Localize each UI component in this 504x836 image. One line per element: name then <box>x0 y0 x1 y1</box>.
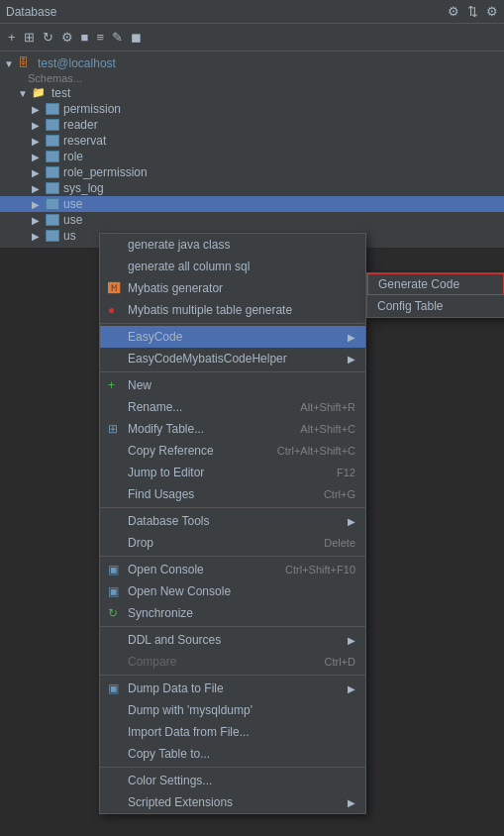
edit-btn[interactable]: ✎ <box>110 28 125 47</box>
top-bar-icons: ⚙ ⇅ ⚙ <box>448 4 498 19</box>
menu-scripted-ext[interactable]: Scripted Extensions ▶ <box>100 791 365 813</box>
reservat-label: reservat <box>63 134 106 148</box>
menu-db-tools[interactable]: Database Tools ▶ <box>100 510 365 532</box>
separator-3 <box>100 507 365 508</box>
tree-item-reader[interactable]: ▶ reader <box>0 117 504 133</box>
console2-icon: ▣ <box>108 584 119 598</box>
separator-1 <box>100 323 365 324</box>
menu-open-new-console[interactable]: ▣ Open New Console <box>100 580 365 602</box>
menu-color-settings[interactable]: Color Settings... <box>100 770 365 791</box>
root-arrow: ▼ <box>4 58 18 69</box>
menu-drop[interactable]: Drop Delete <box>100 532 365 554</box>
menu-generate-sql[interactable]: generate all column sql <box>100 256 365 277</box>
separator-6 <box>100 675 365 676</box>
table-icon-use1 <box>46 198 59 210</box>
easycode-mybatis-arrow: ▶ <box>348 354 355 365</box>
syslog-arrow: ▶ <box>32 183 46 194</box>
menu-copy-table[interactable]: Copy Table to... <box>100 743 365 765</box>
tree-root[interactable]: ▼ 🗄 test@localhost <box>0 55 504 71</box>
role-permission-label: role_permission <box>63 165 148 179</box>
menu-easycode-mybatis[interactable]: EasyCodeMybatisCodeHelper ▶ <box>100 348 365 369</box>
tree-item-role-permission[interactable]: ▶ role_permission <box>0 164 504 180</box>
dump-arrow: ▶ <box>348 683 355 694</box>
config-btn[interactable]: ⚙ <box>59 28 75 47</box>
menu-import-data[interactable]: Import Data from File... <box>100 721 365 743</box>
us-arrow: ▶ <box>32 231 46 242</box>
table-modify-icon: ⊞ <box>108 422 118 436</box>
us-label: us <box>63 229 76 243</box>
schemas-item[interactable]: Schemas... <box>0 71 504 85</box>
menu-dump-mysqldump[interactable]: Dump with 'mysqldump' <box>100 699 365 721</box>
easycode-submenu: Generate Code Config Table <box>366 272 504 318</box>
mybatis-icon: 🅼 <box>108 281 120 295</box>
grid-btn[interactable]: ⊞ <box>22 28 37 47</box>
menu-mybatis-multi[interactable]: ● Mybatis multiple table generate <box>100 299 365 321</box>
test-label: test <box>51 86 70 100</box>
pin-icon[interactable]: ⇅ <box>467 4 478 19</box>
menu-ddl-sources[interactable]: DDL and Sources ▶ <box>100 629 365 651</box>
context-menu: generate java class generate all column … <box>99 233 366 814</box>
tree-item-permission[interactable]: ▶ permission <box>0 101 504 117</box>
top-bar: Database ⚙ ⇅ ⚙ <box>0 0 504 24</box>
sys-log-label: sys_log <box>63 181 104 195</box>
table-icon-use2 <box>46 214 59 226</box>
ddl-arrow: ▶ <box>348 635 355 646</box>
menu-synchronize[interactable]: ↻ Synchronize <box>100 602 365 624</box>
menu-jump-editor[interactable]: Jump to Editor F12 <box>100 462 365 483</box>
use1-label: use <box>63 197 82 211</box>
table-icon-reservat <box>46 135 59 147</box>
compare-shortcut: Ctrl+D <box>325 656 355 668</box>
find-shortcut: Ctrl+G <box>324 488 355 500</box>
tree-item-role[interactable]: ▶ role <box>0 149 504 164</box>
tree-item-use1[interactable]: ▶ use <box>0 196 504 212</box>
dump-icon: ▣ <box>108 681 119 695</box>
menu-dump-data[interactable]: ▣ Dump Data to File ▶ <box>100 678 365 699</box>
refresh-btn[interactable]: ↻ <box>41 28 55 47</box>
table-icon-sys-log <box>46 182 59 194</box>
menu-new[interactable]: + New <box>100 374 365 396</box>
stop-btn[interactable]: ■ <box>79 28 91 47</box>
menu-copy-ref[interactable]: Copy Reference Ctrl+Alt+Shift+C <box>100 440 365 462</box>
db-icon: 🗄 <box>18 56 34 70</box>
mybatis2-icon: ● <box>108 303 115 317</box>
separator-7 <box>100 767 365 768</box>
use1-arrow: ▶ <box>32 199 46 210</box>
menu-rename[interactable]: Rename... Alt+Shift+R <box>100 396 365 418</box>
test-arrow: ▼ <box>18 88 32 99</box>
tree-item-reservat[interactable]: ▶ reservat <box>0 133 504 149</box>
submenu-generate-code[interactable]: Generate Code <box>367 273 504 295</box>
settings-icon[interactable]: ⚙ <box>486 4 498 19</box>
menu-modify-table[interactable]: ⊞ Modify Table... Alt+Shift+C <box>100 418 365 440</box>
role-label: role <box>63 150 83 163</box>
drop-shortcut: Delete <box>324 537 355 549</box>
gear-icon[interactable]: ⚙ <box>448 4 459 19</box>
menu-easycode[interactable]: EasyCode ▶ <box>100 326 365 348</box>
jump-shortcut: F12 <box>337 467 355 478</box>
use2-arrow: ▶ <box>32 215 46 226</box>
menu-find-usages[interactable]: Find Usages Ctrl+G <box>100 483 365 505</box>
copyref-shortcut: Ctrl+Alt+Shift+C <box>277 445 355 457</box>
menu-open-console[interactable]: ▣ Open Console Ctrl+Shift+F10 <box>100 559 365 580</box>
panel-title: Database <box>6 5 56 19</box>
add-btn[interactable]: + <box>6 28 18 47</box>
table-icon-role <box>46 151 59 162</box>
root-label: test@localhost <box>38 56 116 70</box>
tree-item-sys-log[interactable]: ▶ sys_log <box>0 180 504 196</box>
table-icon-role-permission <box>46 166 59 178</box>
database-tree: ▼ 🗄 test@localhost Schemas... ▼ 📁 test ▶… <box>0 52 504 248</box>
list-btn[interactable]: ≡ <box>94 28 106 47</box>
menu-generate-java[interactable]: generate java class <box>100 234 365 256</box>
submenu-config-table[interactable]: Config Table <box>367 295 504 317</box>
reader-arrow: ▶ <box>32 120 46 131</box>
easycode-arrow: ▶ <box>348 332 355 343</box>
block-btn[interactable]: ◼ <box>129 28 144 47</box>
test-icon: 📁 <box>32 86 48 100</box>
menu-mybatis-gen[interactable]: 🅼 Mybatis generator <box>100 277 365 299</box>
tree-item-test[interactable]: ▼ 📁 test <box>0 85 504 101</box>
rename-shortcut: Alt+Shift+R <box>300 401 355 413</box>
use2-label: use <box>63 213 82 227</box>
separator-2 <box>100 371 365 372</box>
console-icon: ▣ <box>108 563 119 576</box>
tree-item-use2[interactable]: ▶ use <box>0 212 504 228</box>
plus-icon: + <box>108 378 115 392</box>
